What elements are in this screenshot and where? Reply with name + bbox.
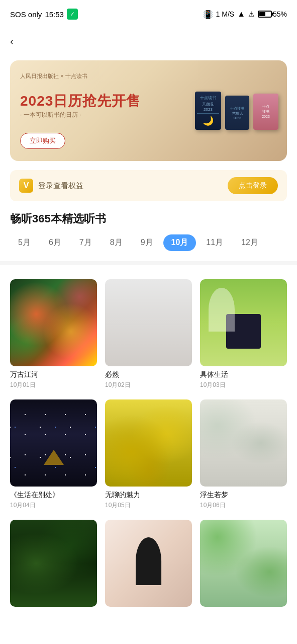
book-cover-3 <box>200 279 287 366</box>
book-name-6: 浮生若梦 <box>200 491 287 500</box>
book-date-6: 10月06日 <box>200 501 287 510</box>
book-date-4: 10月04日 <box>10 501 97 510</box>
vibrate-icon: 📳 <box>203 10 213 19</box>
banner-title: 2023日历抢先开售 · 一本可以听书的日历 · <box>20 94 176 120</box>
status-left: SOS only 15:53 ✓ <box>10 9 78 20</box>
time: 15:53 <box>45 10 64 19</box>
book-name-1: 万古江河 <box>10 370 97 379</box>
status-right: 📳 1 M/S ▲ ⚠ 55% <box>203 10 287 19</box>
book-item-2: 十点读书 艺想见 2023 <box>225 96 249 130</box>
month-tab-11月[interactable]: 11月 <box>198 234 231 251</box>
signal-warn-icon: ⚠ <box>248 10 255 18</box>
month-tab-5月[interactable]: 5月 <box>10 234 39 251</box>
book-card-5[interactable]: 无聊的魅力10月05日 <box>105 399 192 510</box>
battery: 55% <box>258 10 287 18</box>
nav-bar: ‹ <box>0 27 297 55</box>
book-card-9[interactable] <box>200 520 287 612</box>
login-text: 登录查看权益 <box>38 181 83 191</box>
month-tabs: 5月6月7月8月9月10月11月12月 <box>5 234 292 257</box>
banner-subtitle: · 一本可以听书的日历 · <box>20 111 176 119</box>
section-title: 畅听365本精选听书 <box>0 211 297 234</box>
login-bar-left: V 登录查看权益 <box>19 179 83 193</box>
battery-fill <box>259 12 265 16</box>
wechat-icon: ✓ <box>67 9 78 20</box>
book-card-2[interactable]: 必然10月02日 <box>105 279 192 389</box>
month-tab-10月[interactable]: 10月 <box>163 234 196 251</box>
month-tab-7月[interactable]: 7月 <box>71 234 100 251</box>
book-date-1: 10月01日 <box>10 381 97 389</box>
vip-icon: V <box>19 179 33 193</box>
book-stack: 十点读书 艺想见 2023 🌙 十点读书 艺想见 2023 十点读书2023 <box>190 82 283 140</box>
book-date-2: 10月02日 <box>105 381 192 389</box>
book-cover-2 <box>105 279 192 366</box>
banner-right: 十点读书 艺想见 2023 🌙 十点读书 艺想见 2023 十点读书2023 <box>186 60 287 161</box>
battery-bar <box>258 11 272 18</box>
book-cover-8 <box>105 520 192 607</box>
book-name-5: 无聊的魅力 <box>105 491 192 500</box>
back-button[interactable]: ‹ <box>10 33 18 50</box>
book-date-5: 10月05日 <box>105 501 192 510</box>
book-name-4: 《生活在别处》 <box>10 491 97 500</box>
book-grid: 万古江河10月01日必然10月02日具体生活10月03日《生活在别处》10月04… <box>0 269 297 622</box>
book-card-1[interactable]: 万古江河10月01日 <box>10 279 97 389</box>
month-tabs-wrapper[interactable]: 5月6月7月8月9月10月11月12月 <box>0 234 297 257</box>
speed-text: 1 M/S <box>216 10 235 18</box>
book-item-3: 十点读书2023 <box>253 94 278 130</box>
book-cover-1 <box>10 279 97 366</box>
divider <box>0 261 297 265</box>
banner-title-zh: 2023日历抢先开售 <box>20 94 176 109</box>
book-card-8[interactable] <box>105 520 192 612</box>
banner-left: 人民日报出版社 × 十点读书 2023日历抢先开售 · 一本可以听书的日历 · … <box>10 60 186 161</box>
banner-content: 人民日报出版社 × 十点读书 2023日历抢先开售 · 一本可以听书的日历 · … <box>10 60 287 161</box>
book-cover-6 <box>200 399 287 487</box>
battery-text: 55% <box>273 10 287 18</box>
book-cover-7 <box>10 520 97 607</box>
month-tab-8月[interactable]: 8月 <box>102 234 131 251</box>
banner-buy-button[interactable]: 立即购买 <box>20 133 65 149</box>
status-bar: SOS only 15:53 ✓ 📳 1 M/S ▲ ⚠ 55% <box>0 0 297 27</box>
book-cover-4 <box>10 399 97 487</box>
stars-decoration <box>10 399 97 487</box>
book-card-3[interactable]: 具体生活10月03日 <box>200 279 287 389</box>
book-cover-5 <box>105 399 192 487</box>
banner-publisher: 人民日报出版社 × 十点读书 <box>20 72 176 80</box>
login-bar: V 登录查看权益 点击登录 <box>10 170 287 201</box>
book-cover-9 <box>200 520 287 607</box>
wifi-icon: ▲ <box>237 10 245 19</box>
month-tab-9月[interactable]: 9月 <box>133 234 161 251</box>
book-item-1: 十点读书 艺想见 2023 🌙 <box>195 92 221 130</box>
sos-text: SOS only <box>10 10 42 19</box>
login-button[interactable]: 点击登录 <box>228 177 278 194</box>
month-tab-6月[interactable]: 6月 <box>41 234 69 251</box>
month-tab-12月[interactable]: 12月 <box>233 234 266 251</box>
book-name-3: 具体生活 <box>200 370 287 379</box>
book-card-7[interactable] <box>10 520 97 612</box>
book-card-4[interactable]: 《生活在别处》10月04日 <box>10 399 97 510</box>
banner: 人民日报出版社 × 十点读书 2023日历抢先开售 · 一本可以听书的日历 · … <box>10 60 287 161</box>
book-name-2: 必然 <box>105 370 192 379</box>
book-card-6[interactable]: 浮生若梦10月06日 <box>200 399 287 510</box>
book-date-3: 10月03日 <box>200 381 287 389</box>
